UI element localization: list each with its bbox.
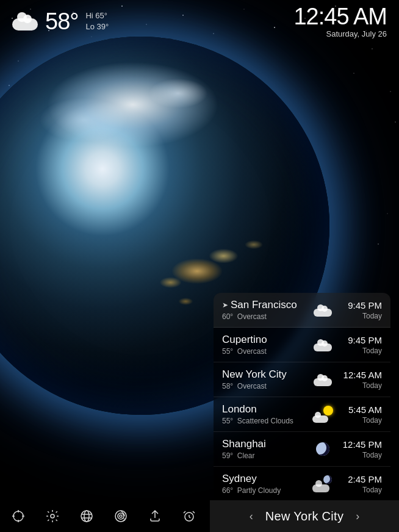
svg-point-31	[81, 511, 92, 522]
row-right: 9:45 PM Today	[339, 300, 382, 320]
settings-icon[interactable]	[44, 508, 61, 525]
city-condition: 60° Overcast	[222, 312, 306, 321]
row-left: New York City 58° Overcast	[222, 368, 306, 390]
city-condition: 55° Overcast	[222, 347, 306, 356]
row-day: Today	[339, 416, 382, 425]
row-left: Shanghai 59° Clear	[222, 438, 306, 460]
row-right: 12:45 AM Today	[339, 370, 382, 390]
city-nav: ‹ New York City ›	[210, 500, 399, 532]
share-icon[interactable]	[146, 508, 164, 525]
svg-point-37	[120, 515, 122, 517]
city-condition: 59° Clear	[222, 451, 306, 460]
row-left: Sydney 66° Partly Cloudy	[222, 473, 306, 495]
cloud-icon	[314, 303, 332, 317]
clock-date: Saturday, July 26	[293, 29, 387, 38]
row-day: Today	[339, 347, 382, 355]
row-right: 5:45 AM Today	[339, 404, 382, 425]
row-icon	[311, 336, 334, 354]
weather-row[interactable]: Sydney 66° Partly Cloudy 2:45 PM Today	[214, 467, 390, 501]
svg-text:2: 2	[123, 517, 125, 522]
svg-point-32	[84, 511, 89, 522]
alarm-icon[interactable]	[181, 508, 198, 525]
row-right: 2:45 PM Today	[339, 474, 382, 494]
bottom-bar: 2 ‹ New York City ›	[0, 500, 399, 532]
row-icon	[311, 405, 334, 423]
row-time: 2:45 PM	[339, 474, 382, 484]
cloudy-night-icon	[312, 475, 333, 492]
current-temperature: 58°	[45, 9, 78, 35]
radar-icon[interactable]: 2	[112, 508, 129, 525]
current-weather: 58° Hi 65° Lo 39°	[12, 9, 109, 35]
city-condition: 58° Overcast	[222, 382, 306, 390]
row-icon	[311, 370, 334, 389]
crosshair-icon[interactable]	[10, 508, 27, 525]
clock-area: 12:45 AM Saturday, July 26	[293, 5, 387, 38]
toolbar-icons: 2	[0, 508, 207, 525]
row-right: 9:45 PM Today	[339, 335, 382, 355]
cloud-icon	[314, 373, 332, 386]
row-left: London 55° Scattered Clouds	[222, 403, 306, 425]
weather-row[interactable]: New York City 58° Overcast 12:45 AM Toda…	[214, 362, 390, 397]
city-condition: 66° Partly Cloudy	[222, 486, 306, 495]
partly-cloudy-icon	[312, 406, 333, 423]
city-name: Sydney	[222, 473, 306, 485]
city-condition: 55° Scattered Clouds	[222, 417, 306, 425]
row-left: Cupertino 55° Overcast	[222, 334, 306, 356]
moon-icon	[316, 442, 329, 456]
row-icon	[311, 301, 334, 319]
temp-hi: Hi 65°	[85, 10, 109, 21]
row-left: ➤San Francisco 60° Overcast	[222, 299, 306, 321]
svg-point-30	[51, 514, 54, 518]
row-time: 12:45 PM	[339, 439, 382, 450]
row-time: 9:45 PM	[339, 300, 382, 311]
cloud-icon	[314, 338, 332, 351]
svg-point-25	[13, 511, 23, 521]
weather-row[interactable]: London 55° Scattered Clouds 5:45 AM Toda…	[214, 397, 390, 432]
weather-panel: ➤San Francisco 60° Overcast 9:45 PM Toda…	[214, 293, 390, 501]
city-name: Shanghai	[222, 438, 306, 450]
weather-row[interactable]: Cupertino 55° Overcast 9:45 PM Today	[214, 328, 390, 362]
current-city-name: New York City	[265, 509, 343, 523]
current-weather-icon	[12, 12, 38, 31]
weather-row[interactable]: ➤San Francisco 60° Overcast 9:45 PM Toda…	[214, 293, 390, 328]
row-time: 5:45 AM	[339, 404, 382, 415]
clock-time: 12:45 AM	[293, 5, 387, 28]
prev-city-button[interactable]: ‹	[245, 510, 258, 523]
city-name: ➤San Francisco	[222, 299, 306, 311]
row-time: 12:45 AM	[339, 370, 382, 380]
row-day: Today	[339, 381, 382, 390]
row-icon	[311, 475, 334, 493]
globe-icon[interactable]	[78, 508, 95, 525]
next-city-button[interactable]: ›	[351, 510, 364, 523]
row-right: 12:45 PM Today	[339, 439, 382, 459]
city-name: London	[222, 403, 306, 415]
row-icon	[311, 440, 334, 458]
temp-lo: Lo 39°	[85, 21, 109, 32]
row-time: 9:45 PM	[339, 335, 382, 345]
row-day: Today	[339, 312, 382, 320]
temp-hilo: Hi 65° Lo 39°	[85, 10, 109, 32]
row-day: Today	[339, 451, 382, 459]
city-name: Cupertino	[222, 334, 306, 346]
location-arrow: ➤	[222, 301, 228, 309]
weather-row[interactable]: Shanghai 59° Clear 12:45 PM Today	[214, 432, 390, 467]
row-day: Today	[339, 486, 382, 494]
city-name: New York City	[222, 368, 306, 381]
top-header: 58° Hi 65° Lo 39° 12:45 AM Saturday, Jul…	[0, 0, 399, 43]
